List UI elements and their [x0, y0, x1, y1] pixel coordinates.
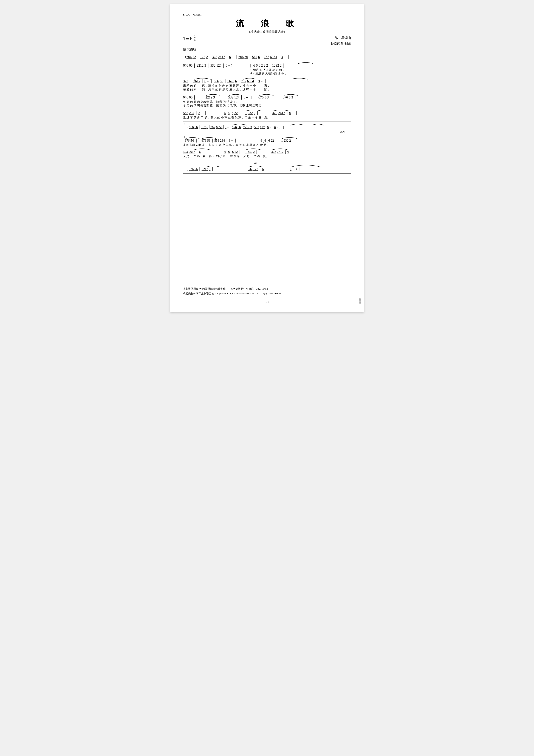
svg-text:6－ ）‖: 6－ ）‖: [290, 167, 301, 171]
svg-text:323 2617 │ 6－ │: 323 2617 │ 6－ │: [183, 150, 207, 154]
svg-text:676 53 │ 553 234 │ 3－ │: 676 53 │ 553 234 │ 3－ │: [202, 139, 237, 143]
svg-text:亲 爱 的 妈　　妈，  流 浪 的 脚 步  走 遍 天 : 亲 爱 的 妈 妈， 流 浪 的 脚 步 走 遍 天 涯， 没 有 一 个 家，: [183, 88, 270, 91]
svg-text:676 66 │: 676 66 │: [183, 95, 196, 99]
svg-text:6: 6: [228, 150, 230, 153]
lpdc-code: LPDC—JCR231: [183, 13, 351, 16]
svg-text:D.S.: D.S.: [340, 130, 345, 134]
svg-text:（666 22 │ 123 2 │ 323 2617 │ 6: （666 22 │ 123 2 │ 323 2617 │ 6－ │ 666 66…: [183, 55, 290, 59]
svg-text:I.: I.: [183, 122, 185, 126]
score-block: （666 22 │ 123 2 │ 323 2617 │ 6－ │ 666 66…: [183, 53, 351, 281]
time-top: 2: [194, 35, 195, 39]
footer-line1: 本曲谱使用JP-Word简谱编辑软件制作 JPW简谱软件交流群：33271845…: [183, 286, 351, 291]
arranger: 岭南印象 制谱: [331, 41, 351, 47]
watermark: 本谱提上传于 ♩中国曲谱网: [359, 296, 362, 299]
time-signature: 2 4: [194, 35, 195, 42]
svg-text:rit: rit: [254, 162, 257, 165]
time-bottom: 4: [194, 39, 195, 42]
svg-text:676 5·3 │: 676 5·3 │: [185, 139, 197, 143]
score-svg: （666 22 │ 123 2 │ 323 2617 │ 6－ │ 666 66…: [183, 53, 351, 280]
svg-text:冬 天 的 风 啊  夹着雪  花，  把 我 的 泪 吹 : 冬 天 的 风 啊 夹着雪 花， 把 我 的 泪 吹 下。 走啊 走啊 走啊 走…: [183, 104, 264, 107]
svg-text:走啊  走啊  走啊  走，  走 过 了 多 少 年  华: 走啊 走啊 走啊 走， 走 过 了 多 少 年 华， 春 天 的 小 草 正 在…: [183, 143, 269, 147]
svg-text:2212 3 │: 2212 3 │: [205, 95, 218, 99]
composer: 陈 星词曲: [331, 35, 351, 41]
svg-text:323 2617 │ 6－ │: 323 2617 │ 6－ │: [272, 111, 298, 115]
svg-text:676 5·3 │: 676 5·3 │: [283, 95, 296, 99]
svg-text:532  127 │ 6－ │: 532 127 │ 6－ │: [248, 167, 270, 171]
svg-text:冬 天 的 风 啊  夹着雪  花，  把 我 的 泪 吹 : 冬 天 的 风 啊 夹着雪 花， 把 我 的 泪 吹 下。: [183, 100, 239, 103]
sheet-music-page: LPDC—JCR231 流 浪 歌 （根据卓依婷演唱音频记谱） 1＝F 2 4 …: [170, 4, 364, 312]
svg-text:6: 6: [265, 139, 266, 142]
svg-text:1.: 1.: [250, 68, 252, 71]
svg-text:（666 66 │567 6│767 6354│3－│676: （666 66 │567 6│767 6354│3－│676 66│2212 3…: [186, 125, 284, 129]
footer: 本曲谱使用JP-Word简谱编辑软件制作 JPW简谱软件交流群：33271845…: [183, 285, 351, 296]
svg-text:553 234 │ 3－ │: 553 234 │ 3－ │: [183, 111, 207, 115]
svg-text:流浪 的 人在外  想  念   你，: 流浪 的 人在外 想 念 你，: [253, 68, 285, 71]
svg-text:532 127 │ 6－ :‖: 532 127 │ 6－ :‖: [228, 95, 253, 99]
svg-text:6 22 │: 6 22 │: [232, 111, 241, 115]
svg-text:亲 爱 的 妈　　妈，  流 浪 的 脚 步  走 遍 天 : 亲 爱 的 妈 妈， 流 浪 的 脚 步 走 遍 天 涯， 没 有 一 个 家，: [183, 84, 270, 87]
svg-text:‖: 6 6 6  2 2 2 │ 1232 2 │: ‖: 6 6 6 2 2 2 │ 1232 2 │: [250, 63, 285, 68]
svg-text:6 22 │: 6 22 │: [268, 139, 277, 143]
svg-text:Ⅱ.: Ⅱ.: [184, 136, 185, 139]
svg-text:6: 6: [261, 139, 262, 142]
song-title: 流 浪 歌: [183, 18, 351, 29]
svg-text:6: 6: [224, 111, 226, 115]
key: 1＝F: [183, 36, 192, 41]
svg-text:1 232 2 │: 1 232 2 │: [245, 150, 258, 154]
svg-text:323: 323: [183, 79, 188, 83]
header-row: 1＝F 2 4 陈 星词曲 岭南印象 制谱: [183, 35, 351, 47]
svg-text:（ 676  66 │ 2212  3 │: （ 676 66 │ 2212 3 │: [185, 167, 214, 171]
subtitle: （根据卓依婷演唱音频记谱）: [183, 30, 351, 34]
page-number: — 1/1 —: [183, 300, 351, 304]
svg-text:2.: 2.: [252, 72, 255, 75]
svg-text:又 是 一 个 春　夏。  春 天 的 小 草  正 在 发: 又 是 一 个 春 夏。 春 天 的 小 草 正 在 发 芽， 又 是 一 个 …: [183, 154, 268, 158]
svg-text:6 22 │: 6 22 │: [232, 150, 241, 154]
svg-text:676 5·3 │: 676 5·3 │: [258, 95, 272, 99]
svg-text:走 过 了 多 少 年  华，  春 天 的 小 草  正 : 走 过 了 多 少 年 华， 春 天 的 小 草 正 在 发 芽， 又 是 一 …: [183, 116, 270, 119]
svg-text:2617 │ 6－ │ 666 66 │ 5676 6 │ : 2617 │ 6－ │ 666 66 │ 5676 6 │ 767 6354 │…: [193, 79, 267, 83]
svg-text:323 2617 │ 6－ │: 323 2617 │ 6－ │: [271, 150, 295, 154]
key-time: 1＝F 2 4: [183, 35, 195, 42]
svg-text:6: 6: [224, 150, 226, 153]
svg-text:6: 6: [228, 111, 230, 115]
svg-text:流浪 的 人在外  想  念   你，: 流浪 的 人在外 想 念 你，: [255, 72, 287, 75]
svg-text:1 232 2 │: 1 232 2 │: [245, 111, 259, 115]
svg-text:1 232 2 │: 1 232 2 │: [281, 139, 294, 143]
title-section: 流 浪 歌 （根据卓依婷演唱音频记谱）: [183, 18, 351, 34]
composer-info: 陈 星词曲 岭南印象 制谱: [331, 35, 351, 47]
svg-text:676 66 │ 2212 3 │ 532 127 │ 6－: 676 66 │ 2212 3 │ 532 127 │ 6－）: [183, 63, 234, 68]
footer-line2: 欢迎光临岭南印象制谱园地：http://www.qupu123.com/spac…: [183, 291, 351, 296]
tempo-mark: 慢 悲伤地: [183, 48, 351, 51]
